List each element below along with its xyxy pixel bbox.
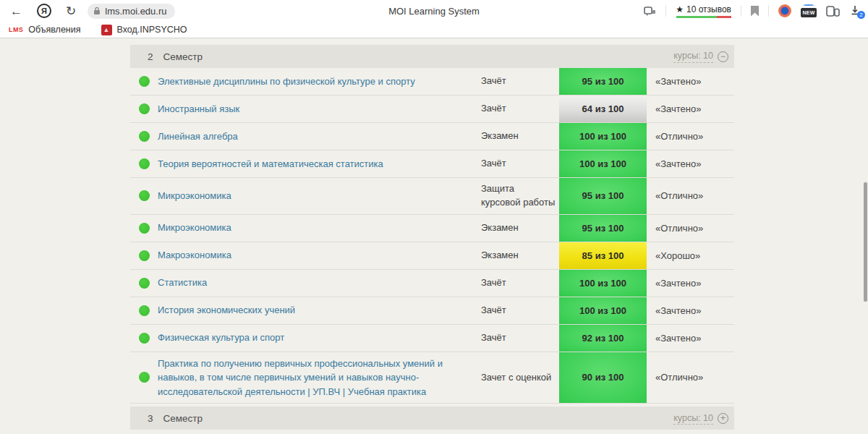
vertical-scrollbar-thumb[interactable] (864, 182, 867, 302)
address-bar[interactable]: lms.moi.edu.ru (88, 4, 174, 19)
grade-label: «Отлично» (647, 190, 734, 201)
course-link[interactable]: История экономических учений (158, 299, 481, 322)
browser-toolbar: ← Я ↻ lms.moi.edu.ru MOI Learning System… (0, 0, 868, 22)
course-link[interactable]: Микроэкономика (158, 184, 481, 208)
status-dot-cell (130, 305, 158, 316)
url-text: lms.moi.edu.ru (105, 6, 166, 17)
expand-section-icon[interactable]: + (718, 413, 728, 424)
course-row: Физическая культура и спорт Зачёт 92 из … (130, 325, 734, 352)
toolbar-separator (768, 5, 769, 17)
grade-label: «Отлично» (647, 372, 734, 383)
semester-2-header: 2 Семестр курсы: 10 − (130, 45, 734, 68)
assessment-type: Зачёт (481, 70, 559, 93)
protect-icon[interactable] (644, 6, 656, 17)
page-content: 2 Семестр курсы: 10 − Элективные дисципл… (0, 39, 868, 434)
downloads-button[interactable]: 2 (849, 4, 862, 17)
score-badge: 92 из 100 (559, 325, 647, 352)
status-dot-icon (139, 223, 150, 234)
course-link[interactable]: Теория вероятностей и математическая ста… (158, 153, 481, 176)
assessment-type: Зачет с оценкой (481, 367, 559, 389)
score-badge: 100 из 100 (559, 123, 647, 150)
gradebook-table: 2 Семестр курсы: 10 − Элективные дисципл… (130, 45, 734, 430)
status-dot-cell (130, 131, 158, 142)
score-badge: 95 из 100 (559, 68, 647, 95)
back-icon[interactable]: ← (10, 5, 22, 17)
semester-number: 2 (148, 51, 153, 62)
status-dot-icon (139, 131, 150, 142)
lms-favicon: LMS (9, 26, 23, 33)
courses-count-link[interactable]: курсы: 10 (673, 412, 713, 425)
status-dot-icon (139, 158, 150, 169)
course-row: Иностранный язык Зачёт 64 из 100 «Зачтен… (130, 95, 734, 123)
course-row: Теория вероятностей и математическая ста… (130, 150, 734, 178)
course-link[interactable]: Линейная алгебра (158, 125, 481, 148)
bookmarks-bar: LMS Объявления ▲ Вход.INPSYCHO (0, 22, 868, 38)
score-badge: 100 из 100 (559, 297, 647, 324)
course-row: Элективные дисциплины по физической куль… (130, 68, 734, 95)
semester-number: 3 (148, 413, 153, 424)
score-badge: 85 из 100 (559, 242, 647, 269)
assessment-type: Экзамен (481, 217, 559, 239)
site-reviews-button[interactable]: ★ 10 отзывов (676, 4, 731, 18)
grade-label: «Зачтено» (647, 333, 734, 344)
assessment-type: Экзамен (481, 244, 559, 267)
status-dot-cell (130, 223, 158, 234)
status-dot-icon (139, 250, 150, 261)
star-icon: ★ (676, 4, 684, 14)
collapse-section-icon[interactable]: − (718, 51, 728, 62)
assessment-type: Защита курсовой работы (481, 178, 559, 214)
grade-label: «Отлично» (647, 131, 734, 142)
grade-label: «Хорошо» (647, 250, 734, 261)
score-badge: 100 из 100 (559, 150, 647, 177)
bookmark-flag-icon[interactable] (751, 6, 759, 17)
lock-icon[interactable] (93, 7, 101, 15)
semester-3-header: 3 Семестр курсы: 10 + (130, 407, 734, 430)
assessment-type: Зачёт (481, 272, 559, 294)
assessment-type: Зачёт (481, 153, 559, 175)
bookmark-item-inpsycho-login[interactable]: ▲ Вход.INPSYCHO (101, 25, 187, 35)
inpsycho-favicon: ▲ (101, 25, 112, 35)
status-dot-icon (139, 76, 150, 87)
status-dot-icon (139, 305, 150, 316)
bookmark-label: Вход.INPSYCHO (117, 25, 187, 35)
bookmark-item-announcements[interactable]: LMS Объявления (9, 25, 81, 35)
score-badge: 100 из 100 (559, 270, 647, 297)
course-link[interactable]: Макроэкономика (158, 244, 481, 267)
side-panels-icon[interactable] (826, 6, 840, 17)
course-link[interactable]: Иностранный язык (158, 98, 481, 121)
course-row: История экономических учений Зачёт 100 и… (130, 297, 734, 325)
refresh-icon[interactable]: ↻ (66, 5, 76, 17)
toolbar-separator (741, 5, 741, 17)
status-dot-icon (139, 103, 150, 114)
reviews-rating-bar (676, 16, 731, 18)
crown-icon (803, 4, 814, 6)
yandex-home-icon[interactable]: Я (37, 4, 51, 18)
course-link[interactable]: Элективные дисциплины по физической куль… (158, 70, 481, 93)
status-dot-cell (130, 372, 158, 383)
status-dot-icon (139, 333, 150, 344)
status-dot-icon (139, 372, 150, 383)
courses-count-link[interactable]: курсы: 10 (673, 50, 713, 62)
status-dot-cell (130, 190, 158, 201)
bookmark-label: Объявления (28, 25, 80, 35)
browser-extension-icon[interactable] (778, 4, 791, 17)
status-dot-icon (139, 190, 150, 201)
course-link[interactable]: Физическая культура и спорт (158, 326, 481, 349)
downloads-count-badge: 2 (857, 11, 865, 19)
page-title: MOI Learning System (217, 6, 651, 17)
status-dot-cell (130, 103, 158, 114)
course-link[interactable]: Практика по получению первичных професси… (158, 352, 481, 404)
assessment-type: Зачёт (481, 327, 559, 349)
course-link[interactable]: Статистика (158, 271, 481, 294)
course-table-body: Элективные дисциплины по физической куль… (130, 68, 734, 404)
assessment-type: Зачёт (481, 299, 559, 322)
status-dot-cell (130, 76, 158, 87)
grade-label: «Зачтено» (647, 76, 734, 87)
score-badge: 95 из 100 (559, 178, 647, 214)
score-badge: 90 из 100 (559, 352, 647, 404)
course-row: Практика по получению первичных професси… (130, 352, 734, 404)
course-link[interactable]: Микроэкономика (158, 216, 481, 239)
kino-new-extension-icon[interactable]: NEW (801, 4, 817, 17)
grade-label: «Зачтено» (647, 305, 734, 316)
status-dot-cell (130, 250, 158, 261)
